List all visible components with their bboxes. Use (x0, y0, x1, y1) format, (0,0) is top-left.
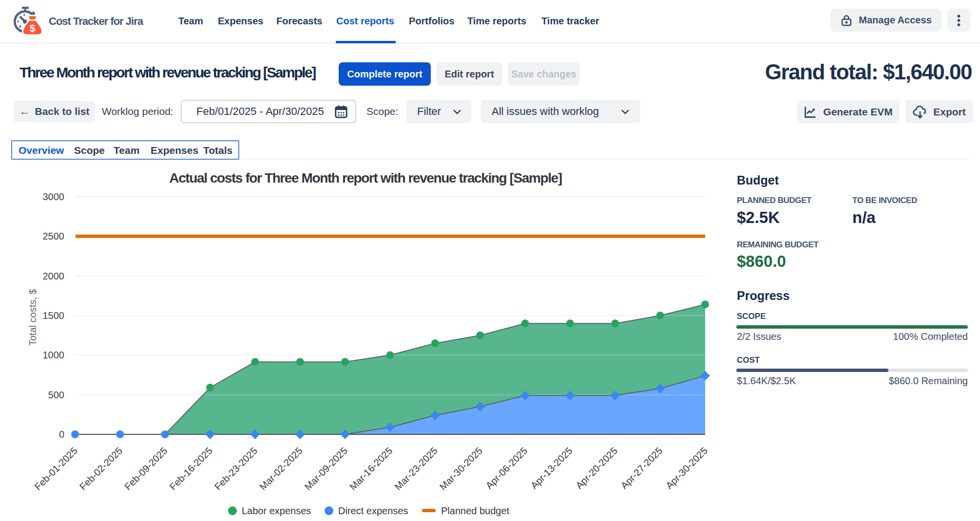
svg-text:Apr-06-2025: Apr-06-2025 (483, 445, 529, 491)
svg-text:Direct expenses: Direct expenses (338, 505, 408, 516)
svg-text:500: 500 (48, 390, 64, 400)
svg-text:Planned budget: Planned budget (441, 505, 510, 516)
svg-text:Feb-09-2025: Feb-09-2025 (122, 445, 170, 492)
svg-text:Mar-23-2025: Mar-23-2025 (392, 445, 440, 492)
svg-text:1500: 1500 (43, 310, 65, 321)
svg-text:Feb-02-2025: Feb-02-2025 (77, 445, 125, 492)
svg-text:Apr-30-2025: Apr-30-2025 (664, 445, 710, 491)
svg-text:2500: 2500 (43, 231, 65, 242)
svg-text:Apr-20-2025: Apr-20-2025 (574, 445, 619, 491)
svg-text:Feb-01-2025: Feb-01-2025 (32, 445, 79, 492)
svg-text:Labor expenses: Labor expenses (242, 505, 311, 516)
svg-text:3000: 3000 (43, 191, 65, 202)
svg-text:Total costs, $: Total costs, $ (27, 289, 38, 346)
svg-text:Mar-30-2025: Mar-30-2025 (437, 445, 484, 492)
svg-text:0: 0 (59, 429, 64, 440)
svg-text:Feb-23-2025: Feb-23-2025 (212, 445, 260, 492)
svg-text:Apr-27-2025: Apr-27-2025 (618, 445, 664, 491)
svg-text:Mar-09-2025: Mar-09-2025 (302, 445, 349, 492)
svg-text:Apr-13-2025: Apr-13-2025 (529, 445, 575, 491)
svg-text:Mar-16-2025: Mar-16-2025 (347, 445, 395, 492)
svg-text:2000: 2000 (43, 271, 65, 281)
svg-text:Feb-16-2025: Feb-16-2025 (167, 445, 214, 492)
svg-text:1000: 1000 (43, 350, 65, 360)
svg-text:Mar-02-2025: Mar-02-2025 (257, 445, 305, 492)
